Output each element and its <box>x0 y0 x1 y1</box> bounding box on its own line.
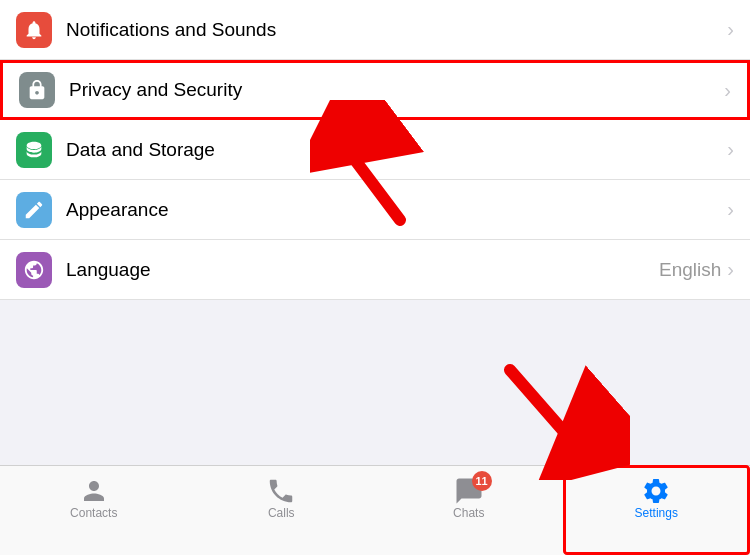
settings-item-language[interactable]: Language English › <box>0 240 750 300</box>
data-label: Data and Storage <box>66 139 727 161</box>
settings-item-privacy[interactable]: Privacy and Security › <box>0 60 750 120</box>
settings-item-appearance[interactable]: Appearance › <box>0 180 750 240</box>
lock-icon <box>26 79 48 101</box>
language-label: Language <box>66 259 659 281</box>
pencil-icon <box>23 199 45 221</box>
chats-tab-label: Chats <box>453 506 484 520</box>
chats-badge: 11 <box>472 471 492 491</box>
red-arrow-down <box>490 360 630 480</box>
notifications-label: Notifications and Sounds <box>66 19 727 41</box>
language-chevron: › <box>727 258 734 281</box>
appearance-label: Appearance <box>66 199 727 221</box>
tab-bar: Contacts Calls 11 Chats Settings <box>0 465 750 555</box>
svg-line-3 <box>510 370 580 450</box>
settings-tab-label: Settings <box>635 506 678 520</box>
language-value: English <box>659 259 721 281</box>
appearance-chevron: › <box>727 198 734 221</box>
contacts-tab-label: Contacts <box>70 506 117 520</box>
data-icon-wrap <box>16 132 52 168</box>
language-icon-wrap <box>16 252 52 288</box>
contacts-icon-wrap <box>79 476 109 506</box>
tab-contacts[interactable]: Contacts <box>0 476 188 520</box>
settings-icon-wrap <box>641 476 671 506</box>
globe-icon <box>23 259 45 281</box>
privacy-chevron: › <box>724 79 731 102</box>
notifications-icon-wrap <box>16 12 52 48</box>
chats-icon-wrap: 11 <box>454 476 484 506</box>
tab-chats[interactable]: 11 Chats <box>375 476 563 520</box>
tab-calls[interactable]: Calls <box>188 476 376 520</box>
contacts-icon <box>79 476 109 506</box>
privacy-icon-wrap <box>19 72 55 108</box>
database-icon <box>23 139 45 161</box>
privacy-label: Privacy and Security <box>69 79 724 101</box>
bell-icon <box>23 19 45 41</box>
calls-icon <box>266 476 296 506</box>
tab-settings[interactable]: Settings <box>563 476 751 520</box>
calls-tab-label: Calls <box>268 506 295 520</box>
notifications-chevron: › <box>727 18 734 41</box>
settings-item-notifications[interactable]: Notifications and Sounds › <box>0 0 750 60</box>
calls-icon-wrap <box>266 476 296 506</box>
settings-item-data[interactable]: Data and Storage › <box>0 120 750 180</box>
settings-list: Notifications and Sounds › Privacy and S… <box>0 0 750 300</box>
settings-gear-icon <box>641 476 671 506</box>
data-chevron: › <box>727 138 734 161</box>
appearance-icon-wrap <box>16 192 52 228</box>
